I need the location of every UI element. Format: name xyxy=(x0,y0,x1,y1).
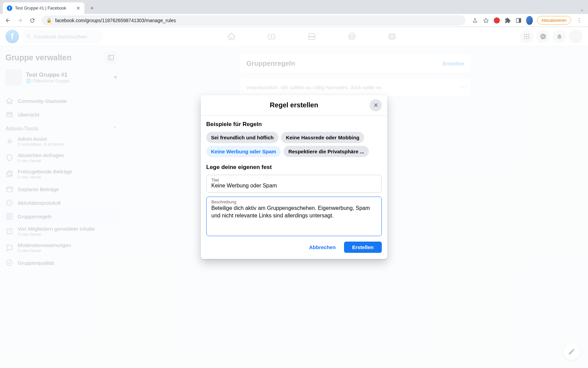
modal-header: Regel erstellen ✕ xyxy=(201,95,387,116)
title-input[interactable] xyxy=(211,183,377,189)
forward-button[interactable] xyxy=(15,15,25,26)
title-label: Titel xyxy=(211,178,377,183)
toolbar-icons: Aktualisieren ⋮ xyxy=(470,16,585,25)
new-tab-button[interactable]: + xyxy=(87,3,97,13)
cancel-button[interactable]: Abbrechen xyxy=(304,242,341,253)
submit-button[interactable]: Erstellen xyxy=(344,242,382,253)
update-button[interactable]: Aktualisieren xyxy=(537,16,571,25)
close-modal-button[interactable]: ✕ xyxy=(370,99,382,111)
browser-chrome: f Test Gruppe #1 | Facebook ✕ + ⌄ 🔒 face… xyxy=(0,0,588,27)
url-text: facebook.com/groups/1187626598741303/man… xyxy=(55,18,176,23)
browser-tab[interactable]: f Test Gruppe #1 | Facebook ✕ xyxy=(3,2,84,14)
chip-no-spam[interactable]: Keine Werbung oder Spam xyxy=(206,146,281,157)
examples-heading: Beispiele für Regeln xyxy=(206,121,382,128)
description-input[interactable] xyxy=(211,204,377,231)
close-tab-icon[interactable]: ✕ xyxy=(76,5,80,11)
description-field[interactable]: Beschreibung xyxy=(206,197,382,236)
lock-icon: 🔒 xyxy=(46,18,52,23)
reload-button[interactable] xyxy=(27,15,37,26)
side-panel-icon[interactable] xyxy=(515,17,522,24)
tab-overflow-icon[interactable]: ⌄ xyxy=(580,7,584,12)
modal-title: Regel erstellen xyxy=(270,101,318,109)
browser-menu-icon[interactable]: ⋮ xyxy=(575,17,583,24)
back-button[interactable] xyxy=(3,15,13,26)
bookmark-icon[interactable] xyxy=(483,17,489,24)
extensions-icon[interactable] xyxy=(504,17,511,24)
facebook-favicon: f xyxy=(7,5,12,11)
svg-rect-1 xyxy=(519,18,521,22)
modal-body: Beispiele für Regeln Sei freundlich und … xyxy=(201,116,387,259)
profile-button[interactable] xyxy=(526,17,533,24)
chip-privacy[interactable]: Respektiere die Privatsphäre ... xyxy=(283,146,369,157)
chip-friendly[interactable]: Sei freundlich und höflich xyxy=(206,132,278,143)
share-icon[interactable] xyxy=(472,17,478,24)
create-rule-modal: Regel erstellen ✕ Beispiele für Regeln S… xyxy=(201,95,387,259)
chip-no-hate[interactable]: Keine Hassrede oder Mobbing xyxy=(281,132,364,143)
modal-actions: Abbrechen Erstellen xyxy=(206,240,382,254)
example-chips: Sei freundlich und höflich Keine Hassred… xyxy=(206,132,382,157)
url-field[interactable]: 🔒 facebook.com/groups/1187626598741303/m… xyxy=(42,15,466,26)
tab-title: Test Gruppe #1 | Facebook xyxy=(15,6,66,11)
modal-overlay[interactable]: Regel erstellen ✕ Beispiele für Regeln S… xyxy=(0,27,588,368)
tab-bar: f Test Gruppe #1 | Facebook ✕ + ⌄ xyxy=(0,0,588,14)
description-label: Beschreibung xyxy=(211,200,377,204)
adblock-icon[interactable] xyxy=(493,17,500,24)
address-bar: 🔒 facebook.com/groups/1187626598741303/m… xyxy=(0,14,588,27)
title-field[interactable]: Titel xyxy=(206,175,382,193)
custom-heading: Lege deine eigenen fest xyxy=(206,164,382,171)
